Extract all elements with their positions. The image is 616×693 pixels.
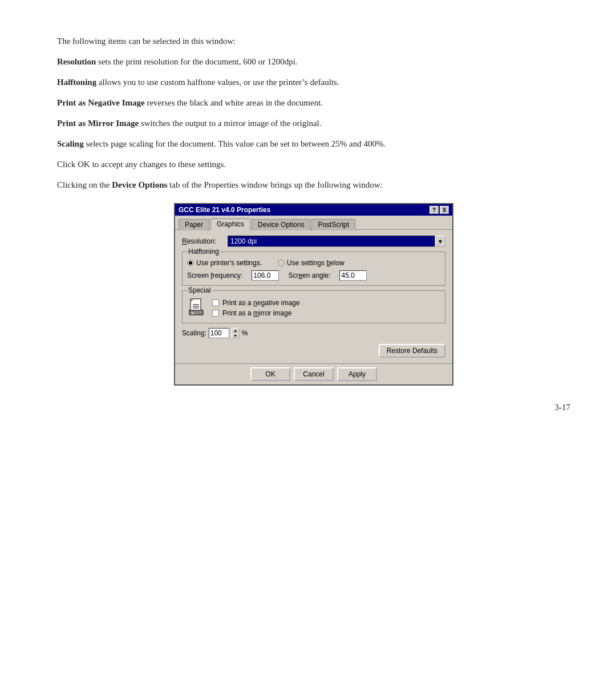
halftoning-rest: allows you to use custom halftone values… <box>96 78 339 87</box>
checkbox-negative-label: Print as a negative image <box>222 299 299 307</box>
resolution-bold: Resolution <box>57 57 96 66</box>
checkbox-mirror-label: Print as a mirror image <box>222 309 291 317</box>
spin-up[interactable]: ▲ <box>232 328 240 333</box>
dialog-title: GCC Elite 21 v4.0 Properties <box>179 206 270 214</box>
screen-angle-label: Screen angle: <box>288 271 330 279</box>
screen-frequency-label: Screen frequency: <box>187 271 242 279</box>
dialog-tabs: Paper Graphics Device Options PostScript <box>175 216 452 230</box>
checkbox-row-negative: Print as a negative image <box>212 299 299 307</box>
checkbox-mirror[interactable] <box>212 310 219 317</box>
device-options-bold: Device Options <box>112 180 167 189</box>
halftoning-group-label: Halftoning <box>187 248 220 256</box>
scaling-paragraph: Scaling selects page scaling for the doc… <box>57 137 570 151</box>
radio-row: Use printer's settings. Use settings bel… <box>187 259 440 267</box>
spin-down[interactable]: ▼ <box>232 333 240 338</box>
properties-dialog: GCC Elite 21 v4.0 Properties ? X Paper G… <box>174 203 453 386</box>
scaling-label: Scaling: <box>182 329 206 337</box>
special-content: Print as a negative image Print as a mir… <box>187 298 440 318</box>
help-button[interactable]: ? <box>429 206 439 214</box>
intro-paragraph: The following items can be selected in t… <box>57 34 570 48</box>
dialog-footer: OK Cancel Apply <box>175 363 452 384</box>
negative-bold: Print as Negative Image <box>57 98 145 107</box>
resolution-label: Resolution: <box>182 237 228 245</box>
titlebar-buttons: ? X <box>429 206 449 214</box>
checkbox-options: Print as a negative image Print as a mir… <box>212 299 299 317</box>
radio-printer-settings[interactable] <box>187 260 194 266</box>
negative-paragraph: Print as Negative Image reverses the bla… <box>57 96 570 110</box>
negative-rest: reverses the black and white areas in th… <box>145 98 323 107</box>
cancel-button[interactable]: Cancel <box>294 367 334 381</box>
halftoning-paragraph: Halftoning allows you to use custom half… <box>57 75 570 89</box>
tab-paper[interactable]: Paper <box>179 219 209 230</box>
clicking-rest: tab of the Properties window brings up t… <box>167 180 382 189</box>
tab-graphics[interactable]: Graphics <box>210 218 250 230</box>
clicking-paragraph: Clicking on the Device Options tab of th… <box>57 178 570 192</box>
scaling-row: Scaling: ▲ ▼ % <box>182 328 445 338</box>
radio-below-label: Use settings below <box>287 259 345 267</box>
mirror-paragraph: Print as Mirror Image switches the outpu… <box>57 116 570 130</box>
restore-defaults-button[interactable]: Restore Defaults <box>379 344 445 358</box>
clicking-text: Clicking on the <box>57 180 112 189</box>
resolution-row: Resolution: 1200 dpi ▼ <box>182 236 445 247</box>
special-group: Special <box>182 290 445 323</box>
screen-angle-input[interactable] <box>339 270 367 281</box>
resolution-paragraph: Resolution sets the print resolution for… <box>57 55 570 68</box>
close-button[interactable]: X <box>440 206 449 214</box>
tab-device-options[interactable]: Device Options <box>252 219 310 230</box>
radio-option-below: Use settings below <box>278 259 345 267</box>
tab-postscript[interactable]: PostScript <box>311 219 355 230</box>
scaling-unit: % <box>242 329 248 337</box>
scaling-spinner: ▲ ▼ <box>232 328 240 338</box>
restore-row: Restore Defaults <box>182 344 445 358</box>
radio-settings-below[interactable] <box>278 260 285 266</box>
svg-rect-2 <box>189 310 203 315</box>
resolution-select: 1200 dpi ▼ <box>228 236 445 247</box>
dialog-titlebar: GCC Elite 21 v4.0 Properties ? X <box>175 204 452 216</box>
mirror-bold: Print as Mirror Image <box>57 119 139 128</box>
special-group-label: Special <box>187 286 212 294</box>
resolution-dropdown-arrow[interactable]: ▼ <box>435 236 445 247</box>
resolution-rest: sets the print resolution for the docume… <box>96 57 297 66</box>
ok-button[interactable]: OK <box>250 367 290 381</box>
dialog-body: Resolution: 1200 dpi ▼ Halftoning Use pr… <box>175 230 452 363</box>
checkbox-negative[interactable] <box>212 299 219 306</box>
scaling-input[interactable] <box>209 328 229 338</box>
radio-printer-label: Use printer's settings. <box>196 259 262 267</box>
svg-rect-3 <box>192 313 194 314</box>
frequency-row: Screen frequency: Screen angle: <box>187 270 440 281</box>
screen-frequency-input[interactable] <box>252 270 279 281</box>
halftoning-group: Halftoning Use printer's settings. Use s… <box>182 252 445 286</box>
click-ok-paragraph: Click OK to accept any changes to these … <box>57 157 570 171</box>
page-number: 3-17 <box>57 403 570 412</box>
halftoning-bold: Halftoning <box>57 78 96 87</box>
apply-button[interactable]: Apply <box>337 367 377 381</box>
printer-icon <box>187 298 208 318</box>
dialog-wrapper: GCC Elite 21 v4.0 Properties ? X Paper G… <box>57 203 570 386</box>
scaling-bold: Scaling <box>57 139 84 148</box>
checkbox-row-mirror: Print as a mirror image <box>212 309 299 317</box>
radio-option-printer: Use printer's settings. <box>187 259 262 267</box>
scaling-rest: selects page scaling for the document. T… <box>84 139 386 148</box>
resolution-value[interactable]: 1200 dpi <box>228 236 435 247</box>
mirror-rest: switches the output to a mirror image of… <box>139 119 321 128</box>
